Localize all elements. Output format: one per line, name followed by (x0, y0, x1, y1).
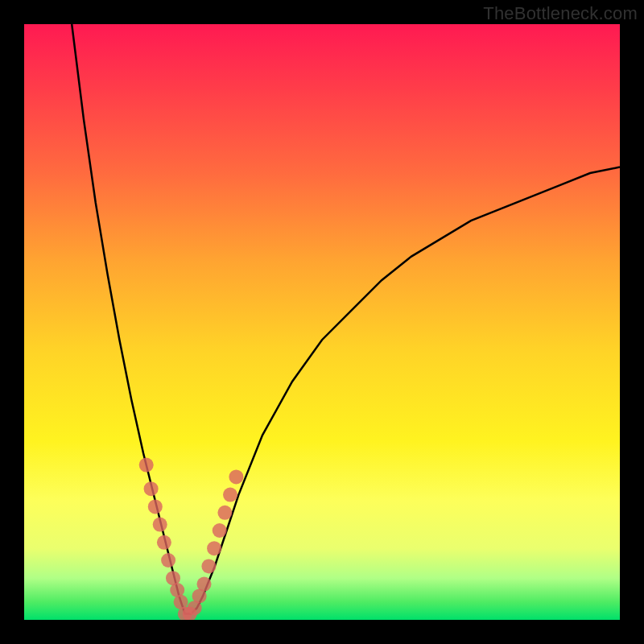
highlight-dot (148, 499, 163, 514)
watermark-text: TheBottleneck.com (483, 3, 638, 24)
highlight-dot (161, 553, 175, 568)
highlight-dot (153, 518, 167, 532)
highlight-dot (217, 506, 232, 520)
highlight-dot (144, 481, 159, 496)
highlight-dot (201, 559, 216, 573)
highlight-dot (197, 577, 212, 592)
highlight-dot (213, 523, 227, 538)
highlight-dot (207, 541, 221, 555)
chart-overlay (24, 24, 620, 620)
highlight-dot (229, 469, 243, 484)
chart-frame: TheBottleneck.com (0, 0, 644, 644)
highlight-dot (139, 458, 154, 473)
highlight-dot (157, 535, 171, 550)
highlight-dots-group (139, 458, 244, 620)
highlight-dot (223, 488, 237, 502)
